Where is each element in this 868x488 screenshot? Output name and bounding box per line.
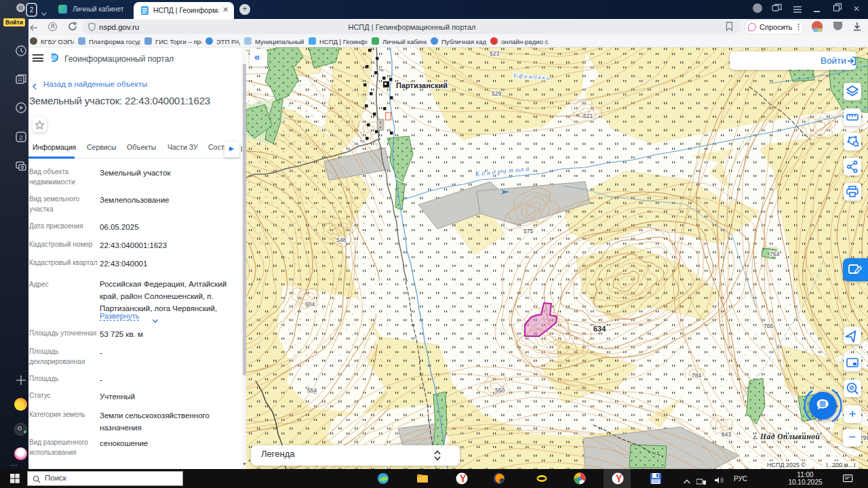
svg-text:784: 784	[692, 372, 701, 379]
svg-text:766: 766	[764, 323, 773, 329]
svg-text:Партизанский: Партизанский	[396, 81, 448, 89]
svg-text:Над Оплывиной: Над Оплывиной	[760, 432, 821, 441]
svg-text:бр: бр	[360, 139, 365, 143]
svg-text:бр: бр	[379, 68, 384, 72]
svg-text:548: 548	[336, 237, 346, 243]
svg-text:604: 604	[305, 301, 315, 308]
svg-text:г.: г.	[753, 433, 757, 441]
svg-text:2: 2	[19, 134, 22, 141]
svg-text:621: 621	[583, 113, 593, 119]
svg-text:764: 764	[770, 251, 779, 258]
svg-text:550: 550	[495, 387, 505, 394]
svg-text:634: 634	[593, 325, 606, 333]
svg-text:523: 523	[490, 50, 499, 57]
svg-text:529: 529	[492, 90, 501, 97]
svg-text:843: 843	[722, 431, 731, 438]
svg-text:575: 575	[524, 228, 533, 235]
svg-text:554: 554	[307, 387, 317, 394]
